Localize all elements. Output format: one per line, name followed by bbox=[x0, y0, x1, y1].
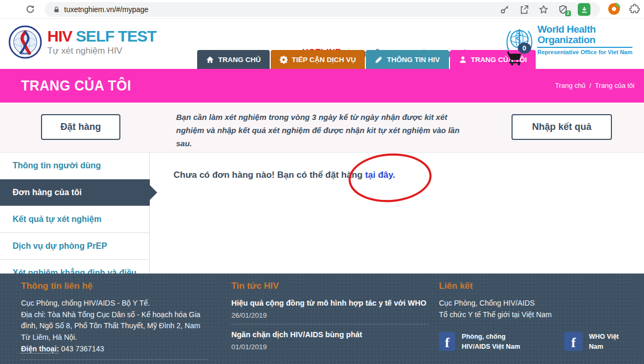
vaac-emblem-icon: VAAC bbox=[8, 25, 42, 59]
facebook-link-label: WHO Việt Nam bbox=[589, 332, 633, 352]
browser-toolbar: › tuxetnghiem.vn/#/mypage 2 bbox=[0, 0, 644, 19]
footer-phone-line: Điện thoại: 043 7367143 bbox=[21, 343, 208, 355]
tab-label: TIẾP CẬN DỊCH VỤ bbox=[292, 56, 356, 64]
action-strip: Đặt hàng Bạn cần làm xét nghiệm trong vò… bbox=[0, 103, 644, 153]
phone-value: 043 7367143 bbox=[61, 345, 104, 353]
sidebar-item-selftest-results[interactable]: Kết quả tự xét nghiệm bbox=[0, 206, 150, 233]
pencil-icon bbox=[375, 56, 383, 64]
footer-links-heading: Liên kết bbox=[439, 281, 633, 291]
test-notice-text: Bạn cần làm xét nghiệm trong vòng 3 ngày… bbox=[176, 111, 476, 150]
sidebar-item-prep-service[interactable]: Dịch vụ dự phòng PrEP bbox=[0, 233, 150, 260]
facebook-icon: f bbox=[439, 332, 455, 351]
facebook-icon: f bbox=[564, 332, 582, 351]
content-area: Thông tin người dùng Đơn hàng của tôi Kế… bbox=[0, 153, 644, 274]
download-icon[interactable] bbox=[578, 3, 590, 16]
footer-news-column: Tin tức HIV Hiệu quả cộng đồng từ mô hìn… bbox=[231, 281, 428, 351]
footer-contact-heading: Thông tin liên hệ bbox=[21, 281, 208, 291]
who-name-line2: Organization bbox=[537, 35, 632, 45]
tab-hiv-info[interactable]: THÔNG TIN HIV bbox=[366, 50, 449, 69]
tab-label: TRANG CHỦ bbox=[218, 56, 261, 64]
share-icon[interactable] bbox=[519, 5, 529, 14]
empty-orders-message: Chưa có đơn hàng nào! Bạn có thể đặt hàn… bbox=[173, 170, 395, 180]
footer-link-who[interactable]: Tổ chức Y tế Thế giới tại Việt Nam bbox=[439, 309, 633, 321]
main-navigation: TRANG CHỦ TIẾP CẬN DỊCH VỤ THÔNG TIN HIV… bbox=[197, 50, 536, 69]
who-name-line1: World Health bbox=[537, 24, 632, 35]
sidebar-item-user-info[interactable]: Thông tin người dùng bbox=[0, 153, 150, 179]
gears-icon bbox=[280, 56, 288, 64]
address-bar[interactable]: tuxetnghiem.vn/#/mypage 2 bbox=[45, 2, 600, 17]
cart-count-badge: 0 bbox=[518, 43, 531, 54]
sidebar-item-my-orders[interactable]: Đơn hàng của tôi bbox=[0, 179, 150, 206]
emblem-caption: VAAC bbox=[21, 52, 30, 55]
bookmark-star-icon[interactable] bbox=[539, 5, 548, 14]
url-text[interactable]: tuxetnghiem.vn/#/mypage bbox=[64, 5, 500, 14]
enter-result-button[interactable]: Nhập kết quả bbox=[512, 114, 612, 140]
tab-label: THÔNG TIN HIV bbox=[387, 56, 440, 64]
shield-badge: 2 bbox=[565, 11, 571, 16]
page-banner: TRANG CỦA TÔI Trang chủ / Trang của tôi bbox=[0, 69, 644, 103]
key-icon[interactable] bbox=[500, 5, 509, 14]
footer-news-heading: Tin tức HIV bbox=[231, 281, 428, 291]
shield-icon[interactable]: 2 bbox=[558, 5, 568, 14]
footer-org-line: Cục Phòng, chống HIV/AIDS - Bộ Y Tế. bbox=[21, 298, 208, 309]
news-item-title[interactable]: Ngăn chặn dịch HIV/AIDS bùng phát bbox=[231, 329, 428, 340]
footer-link-vaac[interactable]: Cục Phòng, Chống HIV/AIDS bbox=[439, 298, 633, 309]
cart-button[interactable]: 0 bbox=[506, 50, 524, 66]
footer-divider bbox=[231, 324, 428, 325]
facebook-link-who[interactable]: f WHO Việt Nam bbox=[564, 332, 633, 352]
adblocker-extension-icon[interactable] bbox=[608, 3, 620, 15]
page-footer: Thông tin liên hệ Cục Phòng, chống HIV/A… bbox=[0, 274, 644, 364]
footer-divider bbox=[21, 359, 208, 360]
breadcrumb-home-link[interactable]: Trang chủ bbox=[555, 82, 586, 89]
brand-title: HIV SELF TEST bbox=[47, 28, 156, 44]
breadcrumb: Trang chủ / Trang của tôi bbox=[555, 82, 635, 89]
facebook-link-vaac[interactable]: f Phòng, chống HIV/AIDS Việt Nam bbox=[439, 332, 527, 352]
reload-icon[interactable] bbox=[25, 4, 35, 14]
site-header: VAAC HIV SELF TEST Tự xét nghiệm HIV HOT… bbox=[0, 19, 644, 69]
breadcrumb-separator: / bbox=[589, 82, 591, 89]
brand-subtitle: Tự xét nghiệm HIV bbox=[47, 46, 156, 56]
order-button[interactable]: Đặt hàng bbox=[41, 114, 120, 140]
news-item-title[interactable]: Hiệu quả cộng đồng từ mô hình hợp tác y … bbox=[231, 298, 428, 309]
site-logo[interactable]: VAAC HIV SELF TEST Tự xét nghiệm HIV bbox=[8, 25, 156, 59]
lock-icon[interactable] bbox=[53, 6, 60, 13]
facebook-link-label: Phòng, chống HIV/AIDS Việt Nam bbox=[462, 332, 527, 352]
who-office-line: Representative Office for Viet Nam bbox=[537, 47, 632, 55]
footer-links-column: Liên kết Cục Phòng, Chống HIV/AIDS Tổ ch… bbox=[439, 281, 633, 352]
tab-services[interactable]: TIẾP CẬN DỊCH VỤ bbox=[271, 50, 365, 69]
footer-address-line: Địa chỉ: Tòa Nhà Tổng Cục Dân số - Kế ho… bbox=[21, 309, 208, 343]
news-item-date: 01/01/2019 bbox=[231, 343, 428, 351]
page-title: TRANG CỦA TÔI bbox=[21, 77, 131, 94]
tab-home[interactable]: TRANG CHỦ bbox=[197, 50, 270, 69]
phone-label: Điện thoại: bbox=[21, 345, 59, 353]
footer-contact-column: Thông tin liên hệ Cục Phòng, chống HIV/A… bbox=[21, 281, 208, 364]
user-icon bbox=[459, 56, 467, 64]
order-here-link[interactable]: tại đây. bbox=[365, 170, 395, 180]
breadcrumb-current: Trang của tôi bbox=[595, 82, 635, 89]
extensions-puzzle-icon[interactable] bbox=[629, 4, 640, 14]
news-item-date: 26/01/2019 bbox=[231, 311, 428, 319]
home-icon bbox=[206, 56, 214, 64]
